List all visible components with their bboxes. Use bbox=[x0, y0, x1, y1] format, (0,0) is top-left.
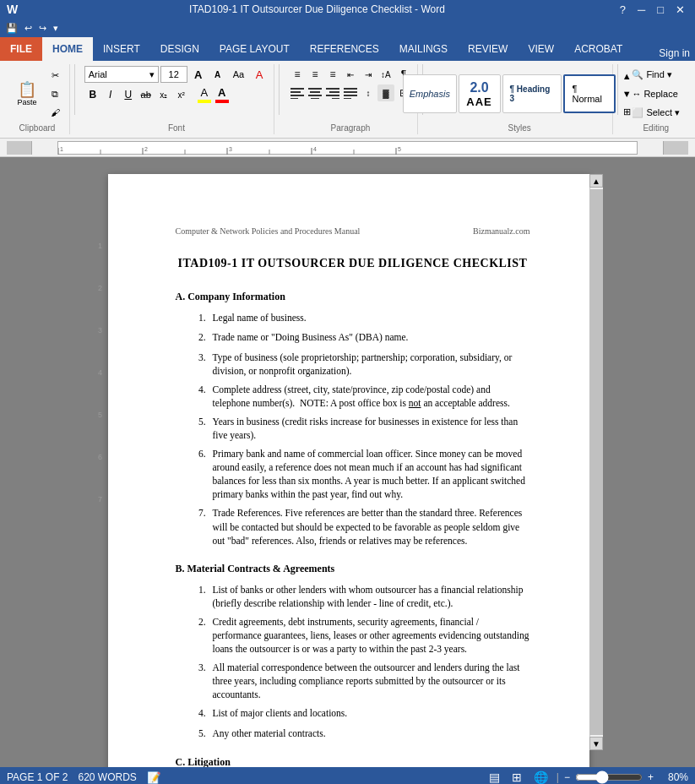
style-emphasis-button[interactable]: Emphasis bbox=[403, 74, 457, 113]
font-shrink-button[interactable]: A bbox=[209, 66, 227, 83]
tab-file[interactable]: FILE bbox=[0, 37, 42, 61]
text-highlight-button[interactable]: A bbox=[196, 84, 213, 105]
maximize-button[interactable]: □ bbox=[654, 3, 667, 16]
font-group-content: Arial ▾ 12 A A Aa A B I U ab x₂ x² bbox=[84, 66, 269, 122]
select-button[interactable]: ⬜ Select ▾ bbox=[627, 104, 685, 122]
tab-mailings[interactable]: MAILINGS bbox=[389, 37, 458, 61]
tab-home[interactable]: HOME bbox=[42, 37, 93, 61]
item-text: Type of business (sole proprietorship; p… bbox=[213, 351, 530, 378]
item-num: 1. bbox=[193, 583, 206, 610]
italic-button[interactable]: I bbox=[102, 86, 119, 103]
page-header: Computer & Network Policies and Procedur… bbox=[176, 225, 530, 237]
redo-button[interactable]: ↪ bbox=[36, 22, 49, 35]
font-name-selector[interactable]: Arial ▾ bbox=[84, 66, 159, 83]
style-emphasis-label: Emphasis bbox=[410, 89, 450, 99]
svg-rect-4 bbox=[308, 88, 322, 90]
strikethrough-button[interactable]: ab bbox=[138, 86, 155, 103]
numbering-button[interactable]: ≡ bbox=[307, 66, 323, 83]
align-right-button[interactable] bbox=[324, 84, 341, 101]
item-text: Legal name of business. bbox=[213, 311, 530, 325]
sort-button[interactable]: ↕A bbox=[377, 66, 394, 83]
save-button[interactable]: 💾 bbox=[3, 22, 20, 35]
superscript-button[interactable]: x² bbox=[173, 86, 190, 103]
list-item: 3. Type of business (sole proprietorship… bbox=[193, 351, 530, 378]
line-spacing-button[interactable]: ↕ bbox=[360, 84, 377, 101]
styles-group: Emphasis 2.0 AAE ¶ Heading 3 ¶ Normal ▲ … bbox=[427, 64, 613, 134]
svg-rect-11 bbox=[332, 98, 339, 99]
print-layout-button[interactable]: ▤ bbox=[486, 769, 503, 784]
svg-text:4: 4 bbox=[313, 146, 317, 152]
help-button[interactable]: ? bbox=[616, 3, 629, 16]
paste-icon: 📋 bbox=[18, 82, 36, 97]
full-reading-button[interactable]: ⊞ bbox=[508, 769, 525, 784]
document-title: ITAD109-1 IT OUTSOURCER DUE DILIGENCE CH… bbox=[176, 254, 530, 272]
underline-button[interactable]: U bbox=[120, 86, 137, 103]
tab-acrobat[interactable]: ACROBAT bbox=[564, 37, 633, 61]
multilevel-button[interactable]: ≡ bbox=[324, 66, 341, 83]
copy-button[interactable]: ⧉ bbox=[46, 85, 64, 102]
find-button[interactable]: 🔍 Find ▾ bbox=[627, 66, 676, 84]
change-case-button[interactable]: Aa bbox=[229, 66, 248, 83]
zoom-out-button[interactable]: − bbox=[564, 771, 570, 783]
formatting-row: B I U ab x₂ x² A A bbox=[84, 84, 231, 105]
ruler-margin-right bbox=[663, 141, 688, 155]
bullets-button[interactable]: ≡ bbox=[289, 66, 306, 83]
scrollbar[interactable]: ▲ ▼ bbox=[589, 174, 603, 750]
font-color-button[interactable]: A bbox=[214, 84, 231, 105]
shading-button[interactable]: ▓ bbox=[377, 84, 394, 101]
status-bar: PAGE 1 OF 2 620 WORDS 📝 ▤ ⊞ 🌐 | − + 80% bbox=[0, 767, 695, 784]
increase-indent-button[interactable]: ⇥ bbox=[360, 66, 377, 83]
item-num: 5. bbox=[193, 415, 206, 442]
paste-label: Paste bbox=[17, 98, 36, 106]
svg-rect-12 bbox=[344, 88, 357, 90]
tab-references[interactable]: REFERENCES bbox=[300, 37, 389, 61]
replace-button[interactable]: ↔ Replace bbox=[627, 85, 682, 102]
quick-access-more-button[interactable]: ▾ bbox=[51, 22, 61, 35]
style-number-button[interactable]: 2.0 AAE bbox=[459, 74, 501, 113]
title-bar: W ITAD109-1 IT Outsourcer Due Diligence … bbox=[0, 0, 695, 19]
item-text: All material correspondence between the … bbox=[213, 661, 530, 701]
undo-button[interactable]: ↩ bbox=[22, 22, 35, 35]
zoom-in-button[interactable]: + bbox=[648, 771, 654, 783]
cut-button[interactable]: ✂ bbox=[46, 67, 64, 84]
font-size-selector[interactable]: 12 bbox=[160, 66, 187, 83]
svg-rect-6 bbox=[308, 95, 322, 96]
document-area[interactable]: 1234567 Computer & Network Policies and … bbox=[0, 157, 695, 767]
paste-button[interactable]: 📋 Paste bbox=[10, 79, 44, 110]
tab-view[interactable]: VIEW bbox=[518, 37, 564, 61]
para-row-2: ↕ ▓ ⊞ bbox=[289, 84, 412, 101]
list-item: 2. Trade name or "Doing Business As" (DB… bbox=[193, 330, 530, 345]
style-heading3-button[interactable]: ¶ Heading 3 bbox=[502, 74, 562, 113]
style-normal-button[interactable]: ¶ Normal bbox=[563, 74, 616, 113]
bold-button[interactable]: B bbox=[84, 86, 101, 103]
font-label: Font bbox=[84, 123, 269, 133]
tab-design[interactable]: DESIGN bbox=[150, 37, 209, 61]
scroll-thumb[interactable] bbox=[589, 189, 603, 735]
web-layout-button[interactable]: 🌐 bbox=[530, 769, 551, 784]
tab-insert[interactable]: INSERT bbox=[93, 37, 150, 61]
clear-formatting-button[interactable]: A bbox=[250, 66, 269, 83]
tab-page-layout[interactable]: PAGE LAYOUT bbox=[209, 37, 300, 61]
justify-button[interactable] bbox=[342, 84, 359, 101]
font-grow-button[interactable]: A bbox=[189, 66, 208, 83]
proofing-button[interactable]: 📝 bbox=[147, 771, 161, 784]
ruler-margin-left bbox=[7, 141, 32, 155]
subscript-button[interactable]: x₂ bbox=[155, 86, 172, 103]
zoom-slider[interactable] bbox=[575, 770, 643, 784]
quick-access-toolbar: 💾 ↩ ↪ ▾ bbox=[0, 19, 695, 37]
align-center-icon bbox=[308, 87, 322, 99]
scroll-down-button[interactable]: ▼ bbox=[589, 737, 603, 750]
tab-review[interactable]: REVIEW bbox=[458, 37, 518, 61]
clipboard-group: 📋 Paste ✂ ⧉ 🖌 Clipboard bbox=[5, 64, 70, 134]
align-left-button[interactable] bbox=[289, 84, 306, 101]
item-num: 2. bbox=[193, 615, 206, 656]
sign-in-button[interactable]: Sign in bbox=[654, 46, 695, 61]
minimize-button[interactable]: ─ bbox=[634, 3, 649, 16]
format-painter-button[interactable]: 🖌 bbox=[46, 104, 64, 121]
decrease-indent-button[interactable]: ⇤ bbox=[342, 66, 359, 83]
align-center-button[interactable] bbox=[307, 84, 323, 101]
scroll-up-button[interactable]: ▲ bbox=[589, 174, 603, 188]
svg-rect-0 bbox=[290, 88, 304, 90]
close-button[interactable]: ✕ bbox=[672, 3, 688, 16]
section-a-list: 1. Legal name of business. 2. Trade name… bbox=[193, 311, 530, 547]
